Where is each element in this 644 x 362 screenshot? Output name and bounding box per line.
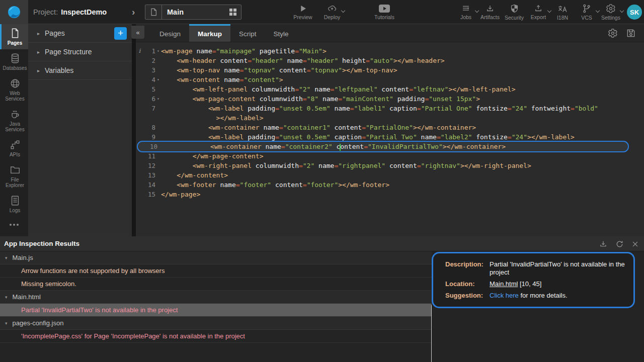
issue-row[interactable]: 'IncompletePage.css' for Page 'Incomplet…	[0, 330, 432, 343]
deploy-button[interactable]: Deploy	[321, 0, 343, 24]
breadcrumb-chevron-icon[interactable]: ›	[132, 7, 135, 18]
code-line[interactable]: 6▾ <wm-page-content columnwidth="8" name…	[136, 94, 644, 104]
collapse-panel-button[interactable]: «	[131, 26, 144, 39]
editor-tab-bar: Design Markup Script Style	[136, 24, 644, 42]
jobs-button[interactable]: Jobs	[455, 0, 477, 24]
tab-design[interactable]: Design	[151, 24, 189, 42]
line-number: 10	[145, 142, 157, 151]
fold-arrow-icon[interactable]: ▾	[155, 94, 161, 104]
markup-settings-gear-icon[interactable]	[608, 28, 618, 38]
refresh-icon[interactable]	[615, 240, 624, 248]
code-line[interactable]: 7 <wm-label padding="unset 0.5em" name="…	[136, 104, 644, 113]
security-button[interactable]: Security	[503, 0, 525, 24]
code-text: <wm-label padding="unset 0.5em" name="la…	[161, 104, 598, 113]
issue-row[interactable]: Missing semicolon.	[0, 278, 432, 291]
grid-icon[interactable]	[225, 8, 241, 16]
code-line[interactable]: 12 <wm-right-panel columnwidth="2" name=…	[136, 161, 644, 170]
security-label: Security	[505, 15, 524, 21]
chevron-down-icon	[596, 9, 600, 13]
code-area[interactable]: i1▾<wm-page name="mainpage" pagetitle="M…	[136, 42, 644, 199]
i18n-button[interactable]: I18N	[551, 0, 574, 24]
code-line[interactable]: 15</wm-page>	[136, 190, 644, 199]
sidebar-item-databases[interactable]: Databases	[0, 49, 28, 74]
panel-section-variables[interactable]: ▸ Variables	[28, 61, 132, 80]
gutter	[136, 113, 161, 123]
line-number: 11	[143, 151, 155, 161]
suggestion-value: Click here for more details.	[490, 292, 630, 300]
code-line[interactable]: 2 <wm-header content="header" name="head…	[136, 56, 644, 65]
app-root: Project: InspectDemo › Main	[0, 0, 644, 362]
error-detail-popover: Description: Partial 'InvalidPartialTwo'…	[432, 252, 635, 308]
panel-section-pages[interactable]: ▸ Pages +	[28, 24, 132, 43]
ellipsis-icon[interactable]	[0, 224, 28, 226]
download-icon[interactable]	[599, 240, 608, 248]
code-line[interactable]: ></wm-label>	[136, 113, 644, 123]
tab-style[interactable]: Style	[265, 24, 297, 42]
code-text: <wm-page name="mainpage" pagetitle="Main…	[161, 46, 327, 56]
gutter: 8	[136, 123, 161, 132]
line-number: 5	[143, 84, 155, 94]
code-line[interactable]: 5 <wm-left-panel columnwidth="2" name="l…	[136, 84, 644, 94]
issue-row[interactable]: Arrow functions are not supported by all…	[0, 264, 432, 278]
tab-script[interactable]: Script	[230, 24, 265, 42]
export-button[interactable]: Export	[527, 0, 549, 24]
jobs-label: Jobs	[460, 14, 471, 20]
gutter: i1▾	[136, 46, 161, 56]
gutter: 2	[136, 56, 161, 65]
vcs-button[interactable]: VCS	[576, 0, 598, 24]
panel-section-page-structure[interactable]: ▸ Page Structure	[28, 43, 132, 61]
code-line[interactable]: i1▾<wm-page name="mainpage" pagetitle="M…	[136, 46, 644, 56]
code-line[interactable]: 14 <wm-footer name="footer" content="foo…	[136, 180, 644, 190]
project-label: Project:	[33, 8, 58, 16]
suggestion-link[interactable]: Click here	[490, 292, 519, 299]
code-text: <wm-top-nav name="topnav" content="topna…	[161, 65, 397, 75]
fold-arrow-icon[interactable]: ▾	[155, 75, 161, 84]
settings-button[interactable]: Settings	[600, 0, 622, 24]
code-line[interactable]: 4▾ <wm-content name="content">	[136, 75, 644, 84]
cloud-upload-icon	[326, 4, 338, 13]
sidebar-item-pages[interactable]: Pages	[0, 24, 28, 49]
close-icon[interactable]	[631, 240, 639, 248]
code-text: <wm-header content="header" name="header…	[161, 56, 445, 65]
sidebar-item-web-services[interactable]: Web Services	[0, 74, 28, 105]
issue-group-main-html[interactable]: ▾Main.html	[0, 291, 432, 304]
sidebar-item-file-explorer[interactable]: File Explorer	[0, 161, 28, 192]
artifacts-button[interactable]: Artifacts	[479, 0, 501, 24]
tab-markup[interactable]: Markup	[189, 24, 230, 42]
line-number: 15	[143, 190, 155, 199]
workspace: PagesDatabasesWeb ServicesJava ServicesA…	[0, 24, 644, 236]
app-inspection-panel: App Inspection Results	[0, 236, 644, 362]
sidebar-item-java-services[interactable]: Java Services	[0, 105, 28, 136]
sidebar-item-apis[interactable]: APIs	[0, 136, 28, 161]
i18n-export-label: Export	[531, 14, 546, 20]
line-number: 7	[143, 104, 155, 113]
code-line[interactable]: 13 </wm-content>	[136, 170, 644, 180]
page-selector[interactable]: Main	[145, 5, 242, 20]
tutorials-button[interactable]: Tutorials	[373, 0, 395, 24]
save-icon[interactable]	[626, 28, 636, 38]
upload-tray-icon	[533, 4, 543, 13]
project-name: InspectDemo	[61, 8, 107, 16]
code-line[interactable]: 3 <wm-top-nav name="topnav" content="top…	[136, 65, 644, 75]
code-text: <wm-left-panel columnwidth="2" name="lef…	[161, 84, 515, 94]
code-line[interactable]: 11 </wm-page-content>	[136, 151, 644, 161]
wavemaker-logo[interactable]	[0, 0, 28, 24]
panel-splitter[interactable]	[431, 305, 432, 362]
collapse-triangle-icon: ▾	[5, 255, 8, 260]
sidebar-item-logs[interactable]: Logs	[0, 192, 28, 217]
chevron-down-icon	[475, 9, 479, 13]
code-line[interactable]: 8 <wm-container name="container1" conten…	[136, 123, 644, 132]
chevron-down-icon	[620, 9, 624, 13]
line-number: 8	[143, 123, 155, 132]
issue-row-selected[interactable]: Partial 'InvalidPartialTwo' is not avail…	[0, 304, 432, 317]
fold-arrow-icon[interactable]: ▾	[155, 46, 161, 56]
preview-button[interactable]: Preview	[292, 0, 314, 24]
location-file-link[interactable]: Main.html	[490, 280, 518, 288]
issue-group-main-js[interactable]: ▾Main.js	[0, 251, 432, 264]
add-page-button[interactable]: +	[114, 27, 127, 40]
issue-group-pages-config-json[interactable]: ▾pages-config.json	[0, 317, 432, 330]
line-number: 1	[143, 46, 155, 56]
location-position: [10, 45]	[518, 280, 541, 288]
user-avatar[interactable]: SK	[627, 5, 642, 20]
highlighted-code-line[interactable]: 10 <wm-container name="container2" conte…	[137, 141, 629, 152]
